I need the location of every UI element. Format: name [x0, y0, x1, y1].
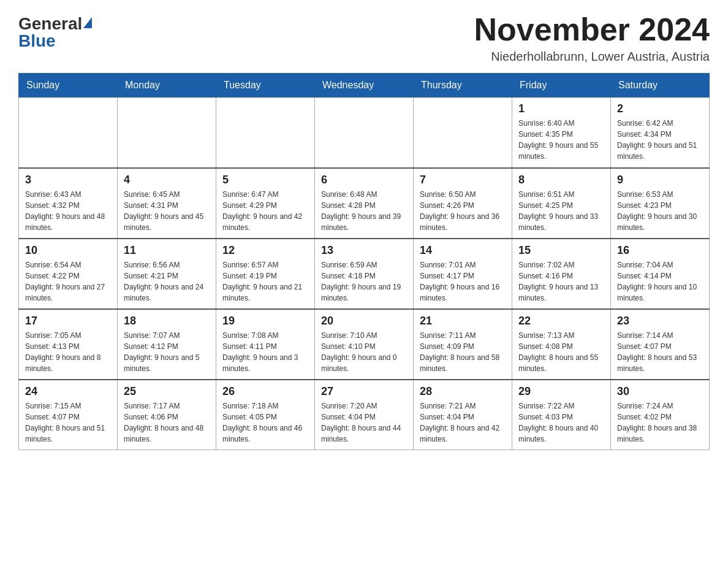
weekday-header-saturday: Saturday: [611, 74, 710, 98]
logo-general: General: [18, 15, 82, 33]
day-number: 16: [617, 244, 703, 257]
day-info: Sunrise: 6:47 AM Sunset: 4:29 PM Dayligh…: [222, 189, 308, 233]
day-info: Sunrise: 6:40 AM Sunset: 4:35 PM Dayligh…: [518, 118, 604, 162]
day-info: Sunrise: 7:07 AM Sunset: 4:12 PM Dayligh…: [124, 330, 210, 374]
weekday-header-tuesday: Tuesday: [216, 74, 315, 98]
calendar-cell: 6Sunrise: 6:48 AM Sunset: 4:28 PM Daylig…: [315, 168, 414, 239]
day-number: 20: [321, 315, 407, 327]
day-number: 1: [518, 102, 604, 115]
calendar-cell: 10Sunrise: 6:54 AM Sunset: 4:22 PM Dayli…: [19, 239, 118, 309]
day-number: 9: [617, 174, 703, 186]
day-number: 23: [617, 315, 703, 327]
day-info: Sunrise: 7:08 AM Sunset: 4:11 PM Dayligh…: [222, 330, 308, 374]
day-info: Sunrise: 6:43 AM Sunset: 4:32 PM Dayligh…: [25, 189, 111, 233]
day-number: 8: [518, 174, 604, 186]
calendar-cell: 17Sunrise: 7:05 AM Sunset: 4:13 PM Dayli…: [19, 309, 118, 380]
calendar-cell: [118, 98, 216, 168]
calendar-cell: 5Sunrise: 6:47 AM Sunset: 4:29 PM Daylig…: [216, 168, 315, 239]
day-info: Sunrise: 7:22 AM Sunset: 4:03 PM Dayligh…: [518, 400, 604, 445]
day-number: 26: [222, 385, 308, 398]
day-info: Sunrise: 6:57 AM Sunset: 4:19 PM Dayligh…: [222, 259, 308, 304]
day-info: Sunrise: 7:04 AM Sunset: 4:14 PM Dayligh…: [617, 259, 703, 304]
day-info: Sunrise: 6:59 AM Sunset: 4:18 PM Dayligh…: [321, 259, 407, 304]
month-title: November 2024: [474, 12, 710, 47]
calendar-cell: 23Sunrise: 7:14 AM Sunset: 4:07 PM Dayli…: [611, 309, 710, 380]
calendar-cell: 14Sunrise: 7:01 AM Sunset: 4:17 PM Dayli…: [414, 239, 512, 309]
calendar-cell: 27Sunrise: 7:20 AM Sunset: 4:04 PM Dayli…: [315, 380, 414, 450]
day-info: Sunrise: 6:56 AM Sunset: 4:21 PM Dayligh…: [124, 259, 210, 304]
day-number: 6: [321, 174, 407, 186]
day-number: 7: [420, 174, 506, 186]
day-info: Sunrise: 7:21 AM Sunset: 4:04 PM Dayligh…: [420, 400, 506, 445]
day-info: Sunrise: 7:20 AM Sunset: 4:04 PM Dayligh…: [321, 400, 407, 445]
logo-triangle-icon: [83, 17, 92, 28]
calendar-cell: 25Sunrise: 7:17 AM Sunset: 4:06 PM Dayli…: [118, 380, 216, 450]
day-number: 19: [222, 315, 308, 327]
day-info: Sunrise: 7:14 AM Sunset: 4:07 PM Dayligh…: [617, 330, 703, 374]
calendar-week-row: 17Sunrise: 7:05 AM Sunset: 4:13 PM Dayli…: [19, 309, 710, 380]
calendar-cell: 16Sunrise: 7:04 AM Sunset: 4:14 PM Dayli…: [611, 239, 710, 309]
day-number: 13: [321, 244, 407, 257]
calendar-week-row: 10Sunrise: 6:54 AM Sunset: 4:22 PM Dayli…: [19, 239, 710, 309]
calendar-cell: 1Sunrise: 6:40 AM Sunset: 4:35 PM Daylig…: [512, 98, 611, 168]
location-subtitle: Niederhollabrunn, Lower Austria, Austria: [474, 50, 710, 64]
day-number: 25: [124, 385, 210, 398]
day-number: 29: [518, 385, 604, 398]
calendar-cell: [315, 98, 414, 168]
day-number: 27: [321, 385, 407, 398]
day-info: Sunrise: 7:05 AM Sunset: 4:13 PM Dayligh…: [25, 330, 111, 374]
day-number: 17: [25, 315, 111, 327]
day-number: 18: [124, 315, 210, 327]
day-info: Sunrise: 7:18 AM Sunset: 4:05 PM Dayligh…: [222, 400, 308, 445]
day-info: Sunrise: 7:13 AM Sunset: 4:08 PM Dayligh…: [518, 330, 604, 374]
calendar-week-row: 1Sunrise: 6:40 AM Sunset: 4:35 PM Daylig…: [19, 98, 710, 168]
day-number: 11: [124, 244, 210, 257]
weekday-header-wednesday: Wednesday: [315, 74, 414, 98]
calendar-cell: 18Sunrise: 7:07 AM Sunset: 4:12 PM Dayli…: [118, 309, 216, 380]
day-number: 3: [25, 174, 111, 186]
day-info: Sunrise: 7:01 AM Sunset: 4:17 PM Dayligh…: [420, 259, 506, 304]
calendar-cell: 28Sunrise: 7:21 AM Sunset: 4:04 PM Dayli…: [414, 380, 512, 450]
calendar-cell: 8Sunrise: 6:51 AM Sunset: 4:25 PM Daylig…: [512, 168, 611, 239]
weekday-header-thursday: Thursday: [414, 74, 512, 98]
day-number: 2: [617, 102, 703, 115]
calendar-cell: 19Sunrise: 7:08 AM Sunset: 4:11 PM Dayli…: [216, 309, 315, 380]
calendar-cell: 2Sunrise: 6:42 AM Sunset: 4:34 PM Daylig…: [611, 98, 710, 168]
day-number: 4: [124, 174, 210, 186]
calendar-table: SundayMondayTuesdayWednesdayThursdayFrid…: [18, 73, 710, 450]
title-section: November 2024 Niederhollabrunn, Lower Au…: [474, 12, 710, 64]
day-number: 22: [518, 315, 604, 327]
day-info: Sunrise: 6:42 AM Sunset: 4:34 PM Dayligh…: [617, 118, 703, 162]
calendar-cell: 22Sunrise: 7:13 AM Sunset: 4:08 PM Dayli…: [512, 309, 611, 380]
calendar-cell: [19, 98, 118, 168]
calendar-cell: 30Sunrise: 7:24 AM Sunset: 4:02 PM Dayli…: [611, 380, 710, 450]
day-number: 5: [222, 174, 308, 186]
day-number: 15: [518, 244, 604, 257]
day-info: Sunrise: 6:45 AM Sunset: 4:31 PM Dayligh…: [124, 189, 210, 233]
calendar-cell: 15Sunrise: 7:02 AM Sunset: 4:16 PM Dayli…: [512, 239, 611, 309]
day-info: Sunrise: 6:51 AM Sunset: 4:25 PM Dayligh…: [518, 189, 604, 233]
calendar-cell: 21Sunrise: 7:11 AM Sunset: 4:09 PM Dayli…: [414, 309, 512, 380]
day-number: 12: [222, 244, 308, 257]
weekday-header-sunday: Sunday: [19, 74, 118, 98]
logo-blue: Blue: [18, 31, 56, 51]
calendar-cell: 24Sunrise: 7:15 AM Sunset: 4:07 PM Dayli…: [19, 380, 118, 450]
day-number: 10: [25, 244, 111, 257]
logo: General Blue: [18, 12, 92, 51]
calendar-cell: 11Sunrise: 6:56 AM Sunset: 4:21 PM Dayli…: [118, 239, 216, 309]
calendar-cell: 26Sunrise: 7:18 AM Sunset: 4:05 PM Dayli…: [216, 380, 315, 450]
day-info: Sunrise: 6:48 AM Sunset: 4:28 PM Dayligh…: [321, 189, 407, 233]
calendar-cell: [216, 98, 315, 168]
calendar-cell: 9Sunrise: 6:53 AM Sunset: 4:23 PM Daylig…: [611, 168, 710, 239]
day-number: 28: [420, 385, 506, 398]
day-info: Sunrise: 7:11 AM Sunset: 4:09 PM Dayligh…: [420, 330, 506, 374]
day-info: Sunrise: 7:17 AM Sunset: 4:06 PM Dayligh…: [124, 400, 210, 445]
day-info: Sunrise: 7:10 AM Sunset: 4:10 PM Dayligh…: [321, 330, 407, 374]
calendar-cell: 13Sunrise: 6:59 AM Sunset: 4:18 PM Dayli…: [315, 239, 414, 309]
page-header: General Blue November 2024 Niederhollabr…: [18, 12, 710, 64]
calendar-cell: 7Sunrise: 6:50 AM Sunset: 4:26 PM Daylig…: [414, 168, 512, 239]
day-info: Sunrise: 7:15 AM Sunset: 4:07 PM Dayligh…: [25, 400, 111, 445]
day-number: 14: [420, 244, 506, 257]
day-info: Sunrise: 6:54 AM Sunset: 4:22 PM Dayligh…: [25, 259, 111, 304]
day-number: 30: [617, 385, 703, 398]
